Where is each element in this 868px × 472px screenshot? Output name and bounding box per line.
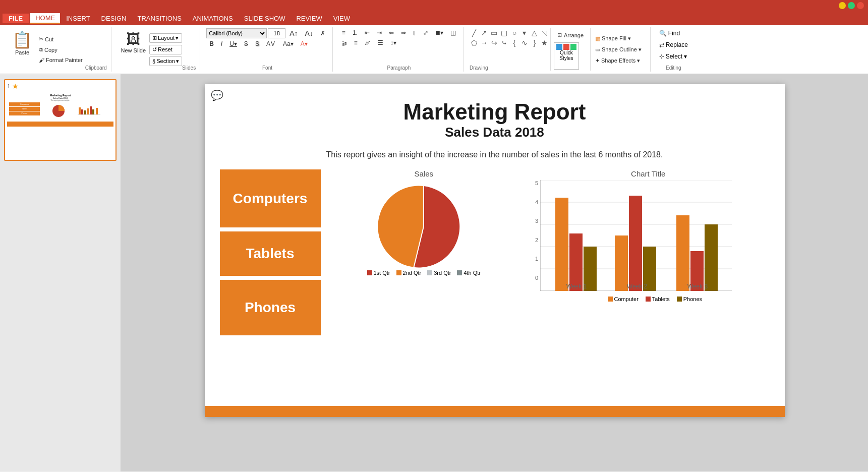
callout-btn[interactable]: { xyxy=(510,38,519,47)
align-center-btn[interactable]: ≡ xyxy=(351,38,361,47)
bold-btn[interactable]: B xyxy=(206,39,217,48)
drawing-group-label: Drawing xyxy=(470,64,550,71)
font-family-select[interactable]: Calibri (Body) xyxy=(206,28,267,38)
star-icon: ★ xyxy=(12,82,19,90)
align-left-btn[interactable]: ⫺ xyxy=(339,38,350,47)
star-btn[interactable]: ★ xyxy=(540,38,549,47)
italic-btn[interactable]: I xyxy=(218,39,225,48)
more-shapes-btn[interactable]: ▾ xyxy=(520,28,529,37)
cut-button[interactable]: ✂ Cut xyxy=(36,34,85,44)
find-button[interactable]: 🔍 Find xyxy=(657,28,690,38)
menu-file[interactable]: FILE xyxy=(2,13,29,24)
phones-block[interactable]: Phones xyxy=(220,280,321,335)
rtl-btn[interactable]: ⇐ xyxy=(386,28,397,37)
bullets-btn[interactable]: ≡ xyxy=(339,28,349,37)
y-label-0: 0 xyxy=(535,275,538,281)
increase-font-btn[interactable]: A↑ xyxy=(286,28,301,38)
decrease-font-btn[interactable]: A↓ xyxy=(302,28,316,38)
close-btn[interactable] xyxy=(857,2,864,9)
section-label: Section xyxy=(156,58,175,64)
pentagon-btn[interactable]: ⬠ xyxy=(470,38,479,47)
rect-shape-btn[interactable]: ▭ xyxy=(490,28,499,37)
quick-styles-label: Quick Styles xyxy=(555,50,577,61)
bar-legend-label-computer: Computer xyxy=(614,296,639,302)
line-shape-btn[interactable]: ╱ xyxy=(470,28,479,37)
shape-fill-btn[interactable]: ▩ Shape Fill ▾ xyxy=(593,34,644,43)
decrease-indent-btn[interactable]: ⇤ xyxy=(362,28,373,37)
bent-arrow-btn[interactable]: ↪ xyxy=(490,38,499,47)
quick-styles-button[interactable]: Quick Styles xyxy=(554,42,579,70)
case-btn[interactable]: Aa▾ xyxy=(280,39,297,48)
menu-home[interactable]: HOME xyxy=(30,13,60,24)
menu-design[interactable]: DESIGN xyxy=(96,14,132,23)
menu-slideshow[interactable]: SLIDE SHOW xyxy=(239,14,291,23)
triangle-btn[interactable]: △ xyxy=(530,28,539,37)
oval-btn[interactable]: ○ xyxy=(510,28,519,37)
line-spacing-btn[interactable]: ↕▾ xyxy=(387,38,399,47)
tablets-block[interactable]: Tablets xyxy=(220,231,321,276)
window-controls[interactable] xyxy=(839,2,864,9)
columns-btn[interactable]: ⫿ xyxy=(410,28,419,37)
strikethrough-btn[interactable]: S xyxy=(241,39,251,48)
curved-arrow-btn[interactable]: ⤷ xyxy=(500,38,509,47)
pie-chart xyxy=(373,181,474,267)
y-label-3: 3 xyxy=(535,218,538,224)
ltr-btn[interactable]: ⇒ xyxy=(398,28,409,37)
select-button[interactable]: ⊹ Select ▾ xyxy=(657,51,690,62)
svg-rect-2 xyxy=(79,107,81,114)
menu-animations[interactable]: ANIMATIONS xyxy=(188,14,238,23)
menu-review[interactable]: REVIEW xyxy=(291,14,327,23)
minimize-btn[interactable] xyxy=(839,2,846,9)
replace-button[interactable]: ⇄ Replace xyxy=(657,40,690,50)
comment-icon[interactable]: 💬 xyxy=(211,89,223,101)
align-text-btn[interactable]: ≣▾ xyxy=(432,28,446,37)
shadow-btn[interactable]: S xyxy=(252,39,262,48)
copy-label: Copy xyxy=(44,47,57,53)
menu-transitions[interactable]: TRANSITIONS xyxy=(132,14,186,23)
clear-format-btn[interactable]: ✗ xyxy=(317,29,328,38)
replace-label: Replace xyxy=(666,41,688,48)
spacing-btn[interactable]: AV xyxy=(263,39,279,48)
bar-legend-dot-tablets xyxy=(646,297,651,302)
bracket-btn[interactable]: } xyxy=(530,38,539,47)
x-label-week2: Week 2 xyxy=(627,283,648,290)
paste-button[interactable]: 📋 Paste xyxy=(8,28,36,71)
font-group-label: Font xyxy=(262,64,272,71)
layout-dropdown[interactable]: ⊞ Layout ▾ xyxy=(149,33,182,43)
numbering-btn[interactable]: 1. xyxy=(350,28,361,37)
slide-description: This report gives an insight of the incr… xyxy=(205,145,785,164)
new-slide-button[interactable]: 🖼 New Slide xyxy=(118,28,150,71)
format-painter-button[interactable]: 🖌 Format Painter xyxy=(36,55,85,65)
pie-chart-title: Sales xyxy=(415,169,434,178)
underline-btn[interactable]: U▾ xyxy=(226,39,240,48)
text-dir-btn[interactable]: ⤢ xyxy=(420,28,431,37)
arrow-right-btn[interactable]: → xyxy=(480,38,489,47)
find-label: Find xyxy=(668,30,680,37)
shape-outline-btn[interactable]: ▭ Shape Outline ▾ xyxy=(593,45,644,54)
font-size-input[interactable] xyxy=(268,28,285,38)
menu-insert[interactable]: INSERT xyxy=(61,14,95,23)
shape-outline-label: Shape Outline ▾ xyxy=(602,46,642,53)
justify-btn[interactable]: ☰ xyxy=(375,38,386,47)
font-color-btn[interactable]: A▾ xyxy=(298,39,311,48)
cut-label: Cut xyxy=(45,36,53,42)
wave-btn[interactable]: ∿ xyxy=(520,38,529,47)
menu-view[interactable]: VIEW xyxy=(328,14,355,23)
slide-canvas[interactable]: 💬 Marketing Report Sales Data 2018 This … xyxy=(205,84,785,417)
section-dropdown[interactable]: § Section ▾ xyxy=(149,56,182,66)
computers-block[interactable]: Computers xyxy=(220,169,321,227)
reset-button[interactable]: ↺ Reset xyxy=(149,45,182,54)
arrange-button[interactable]: ⊡ Arrange xyxy=(554,29,587,41)
slide-thumbnail-1[interactable]: 1 ★ Marketing Report Sales Data 2018 Thi… xyxy=(4,79,117,161)
copy-button[interactable]: ⧉ Copy xyxy=(36,45,85,54)
arrow-shape-btn[interactable]: ↗ xyxy=(480,28,489,37)
paintbrush-icon: 🖌 xyxy=(39,57,44,63)
maximize-btn[interactable] xyxy=(848,2,855,9)
rounded-rect-btn[interactable]: ▢ xyxy=(500,28,509,37)
x-label-week3: Week 3 xyxy=(687,283,708,290)
increase-indent-btn[interactable]: ⇥ xyxy=(374,28,385,37)
right-triangle-btn[interactable]: ◹ xyxy=(540,28,549,37)
align-right-btn[interactable]: ⫻ xyxy=(362,38,374,47)
shape-effects-btn[interactable]: ✦ Shape Effects ▾ xyxy=(593,56,644,66)
smartart-btn[interactable]: ◫ xyxy=(447,28,459,37)
